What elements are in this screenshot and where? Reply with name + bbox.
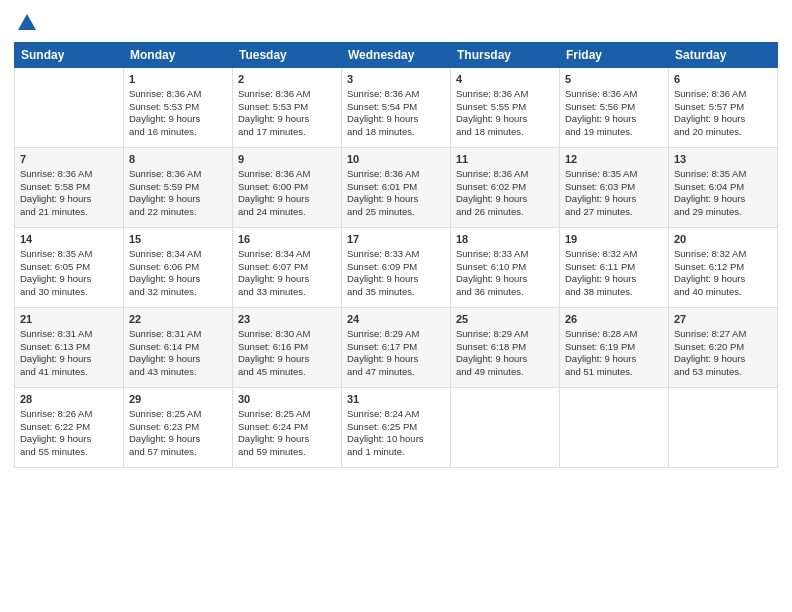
weekday-header: Friday xyxy=(560,43,669,68)
header-row-days: SundayMondayTuesdayWednesdayThursdayFrid… xyxy=(15,43,778,68)
day-info: Sunrise: 8:32 AM Sunset: 6:11 PM Dayligh… xyxy=(565,248,663,299)
day-info: Sunrise: 8:30 AM Sunset: 6:16 PM Dayligh… xyxy=(238,328,336,379)
day-number: 27 xyxy=(674,312,772,327)
calendar-cell: 23Sunrise: 8:30 AM Sunset: 6:16 PM Dayli… xyxy=(233,308,342,388)
calendar-cell: 18Sunrise: 8:33 AM Sunset: 6:10 PM Dayli… xyxy=(451,228,560,308)
logo-icon xyxy=(16,12,38,34)
day-info: Sunrise: 8:36 AM Sunset: 5:56 PM Dayligh… xyxy=(565,88,663,139)
day-number: 16 xyxy=(238,232,336,247)
day-info: Sunrise: 8:36 AM Sunset: 6:02 PM Dayligh… xyxy=(456,168,554,219)
page-container: SundayMondayTuesdayWednesdayThursdayFrid… xyxy=(0,0,792,476)
day-info: Sunrise: 8:29 AM Sunset: 6:17 PM Dayligh… xyxy=(347,328,445,379)
day-info: Sunrise: 8:29 AM Sunset: 6:18 PM Dayligh… xyxy=(456,328,554,379)
day-info: Sunrise: 8:35 AM Sunset: 6:04 PM Dayligh… xyxy=(674,168,772,219)
calendar-cell: 10Sunrise: 8:36 AM Sunset: 6:01 PM Dayli… xyxy=(342,148,451,228)
day-number: 3 xyxy=(347,72,445,87)
day-number: 5 xyxy=(565,72,663,87)
day-number: 26 xyxy=(565,312,663,327)
day-info: Sunrise: 8:27 AM Sunset: 6:20 PM Dayligh… xyxy=(674,328,772,379)
calendar-cell: 21Sunrise: 8:31 AM Sunset: 6:13 PM Dayli… xyxy=(15,308,124,388)
calendar-cell: 26Sunrise: 8:28 AM Sunset: 6:19 PM Dayli… xyxy=(560,308,669,388)
weekday-header: Tuesday xyxy=(233,43,342,68)
day-number: 13 xyxy=(674,152,772,167)
calendar-week-row: 7Sunrise: 8:36 AM Sunset: 5:58 PM Daylig… xyxy=(15,148,778,228)
calendar-cell: 17Sunrise: 8:33 AM Sunset: 6:09 PM Dayli… xyxy=(342,228,451,308)
calendar-cell: 3Sunrise: 8:36 AM Sunset: 5:54 PM Daylig… xyxy=(342,68,451,148)
day-number: 29 xyxy=(129,392,227,407)
day-number: 4 xyxy=(456,72,554,87)
day-number: 25 xyxy=(456,312,554,327)
weekday-header: Sunday xyxy=(15,43,124,68)
logo xyxy=(14,12,38,34)
day-number: 1 xyxy=(129,72,227,87)
day-info: Sunrise: 8:36 AM Sunset: 5:57 PM Dayligh… xyxy=(674,88,772,139)
calendar-cell: 12Sunrise: 8:35 AM Sunset: 6:03 PM Dayli… xyxy=(560,148,669,228)
calendar-cell: 2Sunrise: 8:36 AM Sunset: 5:53 PM Daylig… xyxy=(233,68,342,148)
day-number: 2 xyxy=(238,72,336,87)
day-info: Sunrise: 8:36 AM Sunset: 6:00 PM Dayligh… xyxy=(238,168,336,219)
day-number: 20 xyxy=(674,232,772,247)
calendar-cell xyxy=(560,388,669,468)
day-info: Sunrise: 8:36 AM Sunset: 5:54 PM Dayligh… xyxy=(347,88,445,139)
day-number: 19 xyxy=(565,232,663,247)
day-info: Sunrise: 8:34 AM Sunset: 6:06 PM Dayligh… xyxy=(129,248,227,299)
day-number: 8 xyxy=(129,152,227,167)
day-number: 17 xyxy=(347,232,445,247)
day-info: Sunrise: 8:25 AM Sunset: 6:23 PM Dayligh… xyxy=(129,408,227,459)
calendar-cell: 27Sunrise: 8:27 AM Sunset: 6:20 PM Dayli… xyxy=(669,308,778,388)
calendar-cell: 6Sunrise: 8:36 AM Sunset: 5:57 PM Daylig… xyxy=(669,68,778,148)
day-info: Sunrise: 8:31 AM Sunset: 6:13 PM Dayligh… xyxy=(20,328,118,379)
calendar-week-row: 21Sunrise: 8:31 AM Sunset: 6:13 PM Dayli… xyxy=(15,308,778,388)
day-number: 23 xyxy=(238,312,336,327)
day-info: Sunrise: 8:35 AM Sunset: 6:05 PM Dayligh… xyxy=(20,248,118,299)
calendar-cell: 14Sunrise: 8:35 AM Sunset: 6:05 PM Dayli… xyxy=(15,228,124,308)
calendar-cell: 16Sunrise: 8:34 AM Sunset: 6:07 PM Dayli… xyxy=(233,228,342,308)
day-number: 7 xyxy=(20,152,118,167)
day-number: 18 xyxy=(456,232,554,247)
day-info: Sunrise: 8:28 AM Sunset: 6:19 PM Dayligh… xyxy=(565,328,663,379)
day-number: 21 xyxy=(20,312,118,327)
calendar-cell: 29Sunrise: 8:25 AM Sunset: 6:23 PM Dayli… xyxy=(124,388,233,468)
day-number: 11 xyxy=(456,152,554,167)
calendar-cell: 9Sunrise: 8:36 AM Sunset: 6:00 PM Daylig… xyxy=(233,148,342,228)
day-number: 31 xyxy=(347,392,445,407)
weekday-header: Thursday xyxy=(451,43,560,68)
day-info: Sunrise: 8:32 AM Sunset: 6:12 PM Dayligh… xyxy=(674,248,772,299)
day-info: Sunrise: 8:31 AM Sunset: 6:14 PM Dayligh… xyxy=(129,328,227,379)
day-number: 9 xyxy=(238,152,336,167)
calendar-cell: 7Sunrise: 8:36 AM Sunset: 5:58 PM Daylig… xyxy=(15,148,124,228)
calendar-week-row: 28Sunrise: 8:26 AM Sunset: 6:22 PM Dayli… xyxy=(15,388,778,468)
day-info: Sunrise: 8:36 AM Sunset: 5:53 PM Dayligh… xyxy=(129,88,227,139)
day-info: Sunrise: 8:36 AM Sunset: 5:59 PM Dayligh… xyxy=(129,168,227,219)
day-info: Sunrise: 8:33 AM Sunset: 6:10 PM Dayligh… xyxy=(456,248,554,299)
calendar-week-row: 1Sunrise: 8:36 AM Sunset: 5:53 PM Daylig… xyxy=(15,68,778,148)
calendar-cell: 28Sunrise: 8:26 AM Sunset: 6:22 PM Dayli… xyxy=(15,388,124,468)
day-info: Sunrise: 8:33 AM Sunset: 6:09 PM Dayligh… xyxy=(347,248,445,299)
calendar-cell xyxy=(669,388,778,468)
day-info: Sunrise: 8:26 AM Sunset: 6:22 PM Dayligh… xyxy=(20,408,118,459)
day-info: Sunrise: 8:36 AM Sunset: 5:55 PM Dayligh… xyxy=(456,88,554,139)
svg-marker-0 xyxy=(18,14,36,30)
weekday-header: Wednesday xyxy=(342,43,451,68)
calendar-cell: 24Sunrise: 8:29 AM Sunset: 6:17 PM Dayli… xyxy=(342,308,451,388)
day-number: 24 xyxy=(347,312,445,327)
calendar-cell: 31Sunrise: 8:24 AM Sunset: 6:25 PM Dayli… xyxy=(342,388,451,468)
day-number: 22 xyxy=(129,312,227,327)
calendar-cell: 20Sunrise: 8:32 AM Sunset: 6:12 PM Dayli… xyxy=(669,228,778,308)
day-info: Sunrise: 8:36 AM Sunset: 5:53 PM Dayligh… xyxy=(238,88,336,139)
calendar-cell xyxy=(15,68,124,148)
day-info: Sunrise: 8:36 AM Sunset: 5:58 PM Dayligh… xyxy=(20,168,118,219)
day-info: Sunrise: 8:34 AM Sunset: 6:07 PM Dayligh… xyxy=(238,248,336,299)
calendar-cell: 11Sunrise: 8:36 AM Sunset: 6:02 PM Dayli… xyxy=(451,148,560,228)
calendar-cell: 15Sunrise: 8:34 AM Sunset: 6:06 PM Dayli… xyxy=(124,228,233,308)
day-info: Sunrise: 8:35 AM Sunset: 6:03 PM Dayligh… xyxy=(565,168,663,219)
weekday-header: Monday xyxy=(124,43,233,68)
day-number: 30 xyxy=(238,392,336,407)
calendar-cell: 5Sunrise: 8:36 AM Sunset: 5:56 PM Daylig… xyxy=(560,68,669,148)
day-number: 15 xyxy=(129,232,227,247)
calendar-cell xyxy=(451,388,560,468)
day-number: 28 xyxy=(20,392,118,407)
day-info: Sunrise: 8:25 AM Sunset: 6:24 PM Dayligh… xyxy=(238,408,336,459)
calendar-cell: 1Sunrise: 8:36 AM Sunset: 5:53 PM Daylig… xyxy=(124,68,233,148)
calendar-cell: 30Sunrise: 8:25 AM Sunset: 6:24 PM Dayli… xyxy=(233,388,342,468)
